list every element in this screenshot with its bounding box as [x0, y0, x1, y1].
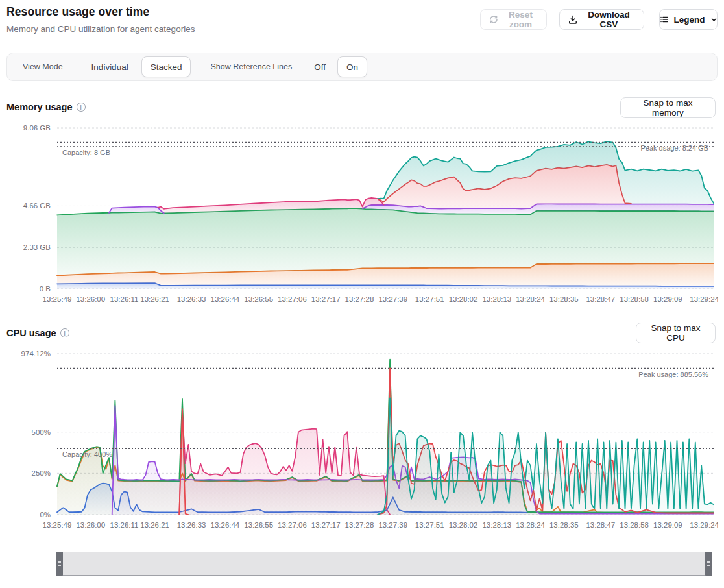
dashboard-page: Resource usage over time Memory and CPU … [0, 0, 724, 588]
series-areas [57, 141, 714, 289]
y-tick-label: 9.06 GB [23, 124, 51, 132]
cpu-title-text: CPU usage [6, 328, 56, 338]
x-tick-label: 13:26:11 [110, 521, 139, 529]
y-tick-label: 0 B [40, 285, 51, 293]
reference-lines: Peak usage: 885.56%Capacity: 400% [57, 369, 714, 459]
y-tick-label: 250% [32, 469, 51, 477]
x-tick-label: 13:29:09 [653, 295, 682, 303]
x-tick-label: 13:28:58 [620, 295, 649, 303]
legend-list-icon [660, 15, 669, 24]
download-csv-label: Download CSV [583, 10, 635, 29]
x-tick-label: 13:29:24 [690, 521, 718, 529]
page-title: Resource usage over time [6, 5, 149, 19]
view-mode-label: View Mode [23, 62, 63, 71]
x-tick-label: 13:28:02 [449, 521, 478, 529]
x-tick-label: 13:26:00 [76, 521, 105, 529]
brush-handle-right[interactable] [705, 552, 712, 576]
x-tick-label: 13:26:21 [140, 521, 169, 529]
download-csv-button[interactable]: Download CSV [559, 9, 644, 30]
x-axis-labels: 13:25:4913:26:0013:26:1113:26:2113:26:33… [43, 295, 718, 303]
x-axis-labels: 13:25:4913:26:0013:26:1113:26:2113:26:33… [43, 521, 718, 529]
x-tick-label: 13:27:28 [345, 295, 374, 303]
x-tick-label: 13:26:11 [110, 295, 139, 303]
memory-section-title: Memory usage i [6, 102, 86, 112]
x-tick-label: 13:26:33 [177, 295, 206, 303]
x-tick-label: 13:27:39 [378, 295, 407, 303]
x-tick-label: 13:26:33 [177, 521, 206, 529]
reference-line-label: Peak usage: 885.56% [638, 371, 708, 378]
x-tick-label: 13:27:17 [311, 295, 341, 303]
series-areas [57, 360, 714, 515]
chart-controls-bar: View Mode Individual Stacked Show Refere… [6, 53, 718, 81]
brush-handle-left[interactable] [56, 552, 63, 576]
cpu-section-title: CPU usage i [6, 328, 69, 338]
x-tick-label: 13:28:47 [586, 295, 615, 303]
y-tick-label: 2.33 GB [23, 243, 51, 251]
legend-button[interactable]: Legend [659, 9, 718, 30]
snap-max-memory-button[interactable]: Snap to max memory [620, 97, 716, 118]
view-mode-stacked[interactable]: Stacked [141, 56, 191, 77]
refresh-icon [489, 15, 498, 24]
time-range-brush[interactable] [56, 552, 712, 576]
reference-lines-off[interactable]: Off [305, 56, 335, 77]
x-tick-label: 13:26:21 [140, 295, 169, 303]
memory-usage-chart[interactable]: 9.06 GB4.66 GB2.33 GB0 B13:25:4913:26:00… [6, 120, 718, 310]
x-tick-label: 13:27:39 [378, 521, 407, 529]
y-tick-label: 4.66 GB [23, 202, 51, 210]
x-tick-label: 13:28:35 [549, 295, 579, 303]
reference-line-label: Peak usage: 8.24 GB [640, 144, 708, 152]
chevron-down-icon [710, 16, 718, 23]
y-tick-label: 974.12% [21, 350, 51, 358]
reference-lines-on[interactable]: On [337, 56, 367, 77]
x-tick-label: 13:26:44 [211, 521, 240, 529]
download-icon [568, 15, 577, 24]
x-tick-label: 13:27:17 [311, 521, 341, 529]
page-subtitle: Memory and CPU utilization for agent cat… [6, 24, 195, 34]
legend-label: Legend [674, 15, 705, 25]
x-tick-label: 13:27:06 [278, 295, 307, 303]
reset-zoom-button[interactable]: Reset zoom [480, 9, 547, 30]
x-tick-label: 13:28:35 [549, 521, 579, 529]
x-tick-label: 13:27:28 [345, 521, 374, 529]
x-tick-label: 13:28:47 [586, 521, 615, 529]
x-tick-label: 13:26:55 [244, 295, 273, 303]
view-mode-individual[interactable]: Individual [82, 56, 138, 77]
cpu-info-icon[interactable]: i [60, 328, 69, 337]
x-tick-label: 13:28:13 [482, 521, 511, 529]
x-tick-label: 13:29:09 [653, 521, 682, 529]
memory-title-text: Memory usage [6, 102, 73, 112]
x-tick-label: 13:25:49 [43, 521, 72, 529]
y-tick-label: 0% [40, 511, 51, 519]
x-tick-label: 13:29:24 [690, 295, 718, 303]
x-tick-label: 13:27:51 [415, 521, 444, 529]
x-tick-label: 13:28:24 [516, 295, 545, 303]
snap-max-cpu-button[interactable]: Snap to max CPU [636, 323, 716, 343]
x-tick-label: 13:28:02 [449, 295, 478, 303]
x-tick-label: 13:28:13 [482, 295, 511, 303]
x-tick-label: 13:28:58 [620, 521, 649, 529]
reference-line-label: Capacity: 8 GB [62, 149, 110, 156]
x-tick-label: 13:27:51 [415, 295, 444, 303]
x-tick-label: 13:26:44 [211, 295, 240, 303]
y-tick-label: 500% [32, 428, 51, 436]
cpu-usage-chart[interactable]: 974.12%500%250%0%13:25:4913:26:0013:26:1… [6, 346, 718, 535]
x-tick-label: 13:26:00 [76, 295, 105, 303]
x-tick-label: 13:28:24 [516, 521, 545, 529]
reset-zoom-label: Reset zoom [503, 10, 538, 29]
reference-line-label: Capacity: 400% [62, 450, 112, 458]
reference-lines-label: Show Reference Lines [210, 62, 292, 71]
x-tick-label: 13:27:06 [278, 521, 307, 529]
x-tick-label: 13:25:49 [43, 295, 72, 303]
x-tick-label: 13:26:55 [244, 521, 273, 529]
memory-info-icon[interactable]: i [77, 103, 86, 112]
